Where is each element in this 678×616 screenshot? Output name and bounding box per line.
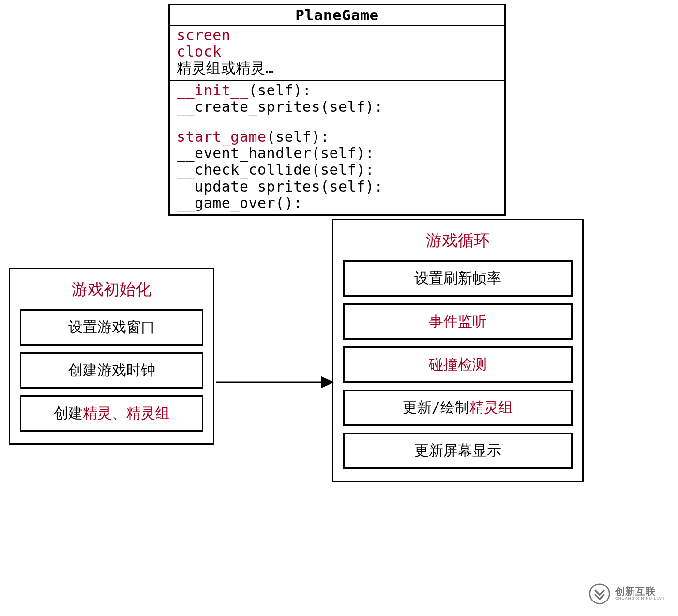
meth-event-handler: __event_handler(self):	[177, 145, 498, 162]
init-title: 游戏初始化	[20, 279, 203, 300]
meth-update-sprites: __update_sprites(self):	[177, 179, 498, 195]
loop-step-events: 事件监听	[343, 303, 573, 340]
meth-start-game: start_game	[177, 128, 267, 145]
init-step-sprites-a: 创建	[54, 405, 83, 421]
svg-marker-1	[321, 376, 334, 388]
init-step-sprites-b: 精灵、精灵组	[83, 405, 170, 421]
meth-init-sig: (self):	[249, 82, 312, 99]
watermark-logo-icon	[589, 583, 610, 604]
init-step-sprites: 创建精灵、精灵组	[20, 395, 203, 432]
meth-check-collide: __check_collide(self):	[177, 162, 498, 178]
loop-step-draw-a: 更新/绘制	[403, 399, 469, 416]
watermark-text: 创新互联 CHUANG XIN HU LIAN	[615, 586, 664, 601]
meth-create-sprites: __create_sprites(self):	[177, 99, 498, 115]
loop-step-draw: 更新/绘制精灵组	[343, 390, 573, 426]
blank-line	[177, 115, 498, 129]
loop-step-display: 更新屏幕显示	[343, 433, 573, 469]
init-step-window: 设置游戏窗口	[20, 309, 203, 346]
uml-class-box: PlaneGame screen clock 精灵组或精灵… __init__(…	[168, 4, 506, 216]
loop-step-fps: 设置刷新帧率	[343, 260, 573, 297]
init-step-clock: 创建游戏时钟	[20, 352, 203, 389]
arrow-init-to-loop	[216, 373, 334, 392]
watermark-sub: CHUANG XIN HU LIAN	[615, 597, 664, 601]
loop-title: 游戏循环	[343, 230, 573, 252]
attr-screen: screen	[177, 27, 230, 44]
class-methods: __init__(self): __create_sprites(self): …	[170, 80, 504, 214]
loop-step-collide: 碰撞检测	[343, 346, 573, 383]
meth-game-over: __game_over():	[177, 195, 498, 211]
class-title: PlaneGame	[170, 5, 504, 26]
class-attributes: screen clock 精灵组或精灵…	[170, 26, 504, 80]
watermark-main: 创新互联	[615, 586, 664, 597]
meth-init: __init__	[177, 82, 249, 99]
game-loop-box: 游戏循环 设置刷新帧率 事件监听 碰撞检测 更新/绘制精灵组 更新屏幕显示	[332, 219, 584, 482]
game-init-box: 游戏初始化 设置游戏窗口 创建游戏时钟 创建精灵、精灵组	[9, 268, 214, 445]
attr-clock: clock	[177, 43, 222, 60]
watermark: 创新互联 CHUANG XIN HU LIAN	[589, 583, 664, 604]
meth-start-game-sig: (self):	[267, 128, 330, 145]
loop-step-draw-b: 精灵组	[469, 399, 513, 416]
attr-sprites: 精灵组或精灵…	[177, 60, 498, 76]
